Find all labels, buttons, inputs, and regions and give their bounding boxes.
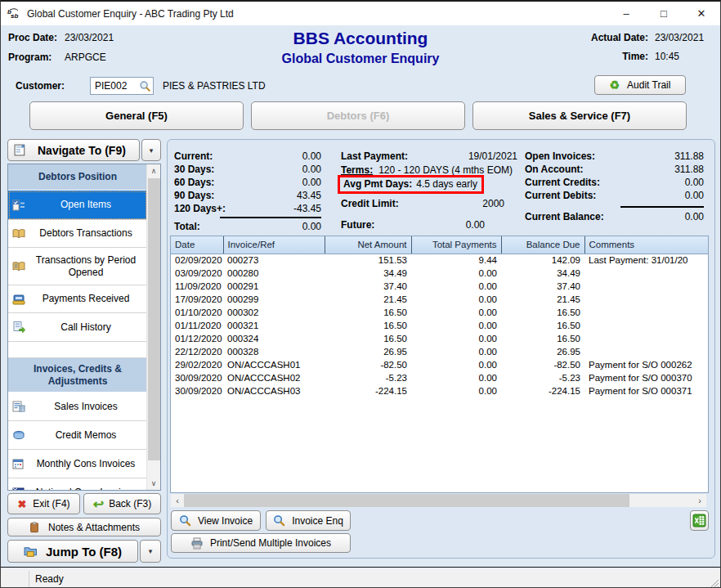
magnifier-icon: [273, 514, 285, 527]
resize-grip-icon[interactable]: [710, 578, 719, 587]
close-icon: ✕: [697, 7, 706, 20]
invoice-row[interactable]: 30/09/2020 ON/ACCCASH02 -5.23 0.00 -5.23…: [171, 371, 708, 384]
cell-net-amount: 34.49: [325, 267, 411, 280]
cell-invoice-ref: 000324: [223, 332, 325, 345]
future-label: Future:: [341, 219, 374, 231]
invoice-row[interactable]: 01/10/2020 000302 16.50 0.00 16.50: [171, 306, 708, 319]
customer-search-icon[interactable]: [139, 80, 151, 92]
view-invoice-button[interactable]: View Invoice: [171, 510, 261, 531]
tab-sales-service[interactable]: Sales & Service (F7): [472, 101, 687, 130]
excel-icon: [692, 514, 706, 527]
minimize-button[interactable]: –: [607, 2, 645, 25]
table-horizontal-scrollbar[interactable]: ‹ ›: [171, 494, 706, 507]
future-value: 0.00: [466, 219, 485, 231]
sidebar-item-monthly-cons-invoices[interactable]: Monthly Cons Invoices: [8, 450, 147, 478]
cell-invoice-ref: ON/ACCCASH03: [223, 384, 325, 397]
col-date[interactable]: Date: [171, 236, 223, 254]
cell-net-amount: -5.23: [325, 371, 411, 384]
cell-total-payments: 0.00: [411, 319, 501, 332]
invoice-row[interactable]: 02/09/2020 000273 151.53 9.44 142.09 Las…: [171, 254, 708, 267]
days120-value: -43.45: [293, 203, 321, 214]
cell-invoice-ref: ON/ACCCASH01: [223, 358, 325, 371]
credit-memo-icon: [12, 429, 25, 441]
invoice-enq-button[interactable]: Invoice Enq: [266, 510, 351, 531]
invoice-row[interactable]: 29/02/2020 ON/ACCCASH01 -82.50 0.00 -82.…: [171, 358, 708, 371]
avg-pmt-days-label: Avg Pmt Days:: [343, 178, 412, 190]
cell-total-payments: 0.00: [411, 384, 501, 397]
book-icon: [12, 228, 25, 240]
cell-comments: [584, 267, 708, 280]
notes-attachments-button[interactable]: Notes & Attachments: [7, 518, 161, 536]
balance-rule: [620, 206, 704, 208]
navigate-to-dropdown[interactable]: ▾: [141, 139, 161, 161]
scroll-left-icon[interactable]: ‹: [171, 494, 184, 507]
cell-total-payments: 0.00: [411, 332, 501, 345]
hscrollbar-thumb[interactable]: [184, 494, 629, 507]
exit-label: Exit (F4): [33, 498, 69, 509]
col-net-amount[interactable]: Net Amount: [325, 236, 411, 254]
ledger-book-icon: [12, 261, 25, 272]
export-excel-button[interactable]: [690, 510, 709, 531]
close-button[interactable]: ✕: [683, 2, 720, 25]
cell-invoice-ref: 000328: [223, 345, 325, 358]
jump-to-dropdown[interactable]: ▾: [140, 540, 161, 563]
sidebar-item-payments-received[interactable]: Payments Received: [8, 285, 147, 313]
cell-comments: [584, 345, 708, 358]
cell-net-amount: -224.15: [325, 384, 411, 397]
cell-date: 17/09/2020: [171, 293, 223, 306]
invoice-row[interactable]: 17/09/2020 000299 21.45 0.00 21.45: [171, 293, 708, 306]
sidebar-item-national-cons-invoices[interactable]: National Cons Invoices: [8, 478, 147, 491]
cell-date: 30/09/2020: [171, 371, 223, 384]
back-button[interactable]: ↩ Back (F3): [83, 493, 161, 514]
navigate-to-button[interactable]: Navigate To (F9): [7, 139, 140, 161]
col-comments[interactable]: Comments: [584, 236, 708, 254]
cell-date: 02/09/2020: [171, 254, 223, 267]
tab-general[interactable]: General (F5): [29, 101, 244, 130]
sidebar-item-transactions-by-period[interactable]: Transactions by Period Opened: [8, 248, 147, 285]
invoice-row[interactable]: 30/09/2020 ON/ACCCASH03 -224.15 0.00 -22…: [171, 384, 708, 397]
view-invoice-label: View Invoice: [198, 515, 253, 527]
cell-invoice-ref: 000321: [223, 319, 325, 332]
sidebar-item-credit-memos[interactable]: Credit Memos: [8, 421, 147, 450]
current-credits-label: Current Credits:: [525, 177, 600, 188]
cell-balance-due: 21.45: [501, 293, 584, 306]
col-balance-due[interactable]: Balance Due: [501, 236, 584, 254]
days30-value: 0.00: [302, 164, 321, 175]
invoice-row[interactable]: 01/11/2020 000321 16.50 0.00 16.50: [171, 319, 708, 332]
terms-label: Terms:: [341, 164, 373, 176]
invoice-row[interactable]: 22/12/2020 000328 26.95 0.00 26.95: [171, 345, 708, 358]
window-controls: – □ ✕: [607, 2, 720, 25]
sidebar-item-empty: [8, 342, 147, 358]
open-invoices-label: Open Invoices:: [525, 150, 595, 162]
col-invoice-ref[interactable]: Invoice/Ref: [223, 236, 325, 254]
customer-code-input[interactable]: PIE002: [90, 77, 154, 95]
sidebar-scrollbar[interactable]: ∧ ∨: [146, 164, 160, 490]
col-total-payments[interactable]: Total Payments: [411, 236, 501, 254]
scroll-up-icon[interactable]: ∧: [147, 164, 160, 177]
sidebar-item-call-history[interactable]: Call History: [8, 313, 147, 342]
invoice-row[interactable]: 11/09/2020 000291 37.40 0.00 37.40: [171, 280, 708, 293]
actual-date-label: Actual Date:: [591, 32, 648, 43]
invoice-row[interactable]: 03/09/2020 000280 34.49 0.00 34.49: [171, 267, 708, 280]
scroll-down-icon[interactable]: ∨: [147, 477, 160, 490]
header-right: Actual Date:23/03/2021 Time:10:45: [591, 32, 714, 70]
cell-balance-due: 16.50: [501, 332, 584, 345]
status-cell: [1, 571, 29, 588]
sidebar-item-open-items[interactable]: Open Items: [8, 191, 147, 220]
scroll-right-icon[interactable]: ›: [693, 494, 706, 507]
print-send-invoices-button[interactable]: Print/Send Multiple Invoices: [171, 533, 351, 553]
maximize-button[interactable]: □: [645, 2, 683, 25]
sidebar-item-debtors-transactions[interactable]: Debtors Transactions: [8, 220, 147, 248]
sidebar-item-sales-invoices[interactable]: Sales Invoices: [8, 393, 147, 421]
table-header-row: Date Invoice/Ref Net Amount Total Paymen…: [171, 236, 708, 254]
audit-trail-button[interactable]: ♻ Audit Trail: [594, 75, 686, 95]
tab-debtors[interactable]: Debtors (F6): [251, 101, 465, 130]
invoice-row[interactable]: 01/12/2020 000324 16.50 0.00 16.50: [171, 332, 708, 345]
chevron-down-icon: ▾: [149, 547, 153, 555]
cell-invoice-ref: 000299: [223, 293, 325, 306]
cell-invoice-ref: 000273: [223, 254, 325, 267]
jump-to-button[interactable]: Jump To (F8): [7, 540, 138, 563]
scrollbar-thumb[interactable]: [148, 178, 160, 460]
cell-balance-due: 16.50: [501, 306, 584, 319]
exit-button[interactable]: ✖ Exit (F4): [7, 493, 80, 514]
